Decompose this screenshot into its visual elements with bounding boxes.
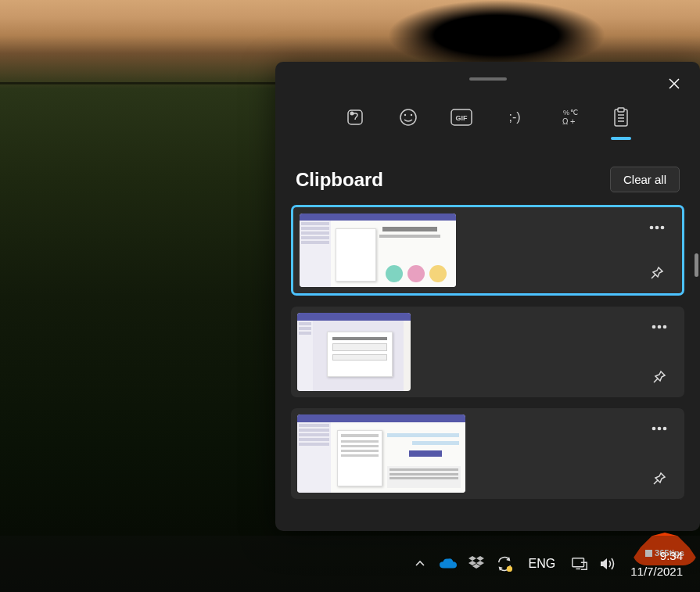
- tab-gif[interactable]: GIF: [450, 106, 473, 129]
- tab-emoji[interactable]: [397, 106, 420, 129]
- time-text: 9:34: [630, 548, 683, 564]
- more-options-button[interactable]: [647, 416, 672, 441]
- svg-point-21: [658, 325, 660, 328]
- date-text: 11/7/2021: [630, 564, 683, 579]
- tray-chevron-up-icon[interactable]: [411, 555, 429, 572]
- tab-recent[interactable]: [343, 106, 367, 129]
- taskbar: ENG 9:34 11/7/2021: [0, 536, 700, 592]
- dropbox-icon[interactable]: [468, 555, 485, 572]
- svg-text:Ω: Ω: [562, 117, 569, 126]
- svg-point-23: [652, 427, 655, 429]
- more-options-button[interactable]: [644, 215, 669, 240]
- svg-point-24: [658, 427, 660, 429]
- svg-text:%: %: [563, 109, 569, 117]
- taskbar-clock[interactable]: 9:34 11/7/2021: [627, 548, 686, 580]
- tab-kaomoji[interactable]: ;-): [503, 106, 526, 129]
- onedrive-icon[interactable]: [440, 555, 457, 572]
- svg-point-17: [650, 226, 652, 228]
- svg-point-19: [661, 226, 663, 228]
- svg-point-4: [410, 114, 411, 116]
- panel-tabs: GIF ;-) %℃Ω+: [275, 106, 700, 129]
- svg-text:GIF: GIF: [455, 114, 468, 122]
- svg-text:+: +: [570, 117, 575, 126]
- clipboard-item-actions: [647, 416, 672, 491]
- svg-text:℃: ℃: [570, 109, 578, 117]
- pin-button[interactable]: [647, 466, 672, 491]
- clipboard-thumbnail: [297, 414, 465, 493]
- svg-point-20: [652, 325, 655, 328]
- volume-icon[interactable]: [599, 555, 616, 572]
- cast-icon[interactable]: [571, 555, 588, 572]
- clear-all-button[interactable]: Clear all: [610, 167, 680, 192]
- svg-point-2: [400, 109, 416, 125]
- svg-point-25: [663, 427, 666, 429]
- panel-drag-handle[interactable]: [469, 77, 507, 81]
- pin-button[interactable]: [647, 364, 672, 389]
- more-options-button[interactable]: [647, 314, 672, 339]
- clipboard-item-actions: [647, 314, 672, 389]
- pin-button[interactable]: [644, 260, 669, 285]
- tab-symbols[interactable]: %℃Ω+: [556, 106, 580, 129]
- svg-point-22: [663, 325, 666, 328]
- sync-icon[interactable]: [496, 555, 513, 572]
- clipboard-thumbnail: [300, 213, 456, 287]
- clipboard-items: [291, 205, 684, 499]
- svg-point-18: [655, 226, 658, 228]
- svg-rect-13: [618, 108, 624, 112]
- clipboard-item[interactable]: [291, 205, 684, 296]
- clipboard-item[interactable]: [291, 307, 684, 397]
- svg-point-3: [404, 114, 405, 116]
- close-button[interactable]: [662, 72, 686, 95]
- tab-clipboard[interactable]: [609, 106, 633, 129]
- clipboard-header: Clipboard Clear all: [296, 167, 680, 192]
- clipboard-item-actions: [644, 215, 669, 285]
- language-indicator[interactable]: ENG: [524, 557, 561, 571]
- clipboard-title: Clipboard: [296, 169, 383, 191]
- svg-rect-0: [348, 110, 362, 124]
- wallpaper-tree: [387, 0, 606, 70]
- svg-point-1: [350, 112, 354, 116]
- panel-scrollbar[interactable]: [695, 253, 698, 277]
- svg-text:;-): ;-): [508, 110, 520, 124]
- clipboard-item[interactable]: [291, 408, 684, 499]
- svg-point-26: [506, 566, 512, 572]
- emoji-clipboard-panel: GIF ;-) %℃Ω+ Clipboard Clear all: [275, 62, 700, 531]
- clipboard-thumbnail: [297, 313, 411, 391]
